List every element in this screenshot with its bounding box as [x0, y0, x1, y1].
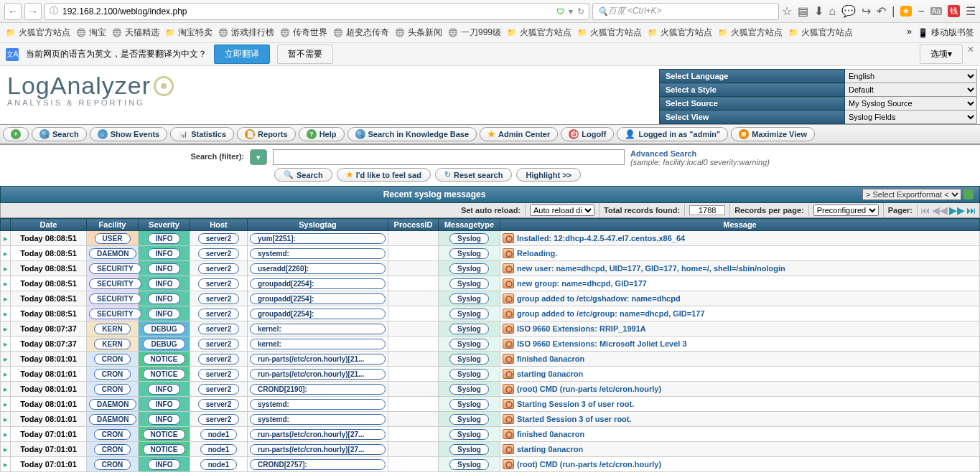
message-link[interactable]: starting 0anacron — [517, 370, 583, 378]
expand-icon[interactable]: ▸ — [1, 321, 11, 337]
rpp-select[interactable]: Preconfigured — [813, 204, 879, 216]
message-icon[interactable] — [503, 324, 514, 334]
message-icon[interactable] — [503, 399, 514, 409]
expand-icon[interactable]: ▸ — [1, 231, 11, 246]
star-icon[interactable]: ☆ — [782, 4, 792, 18]
table-row[interactable]: ▸Today 08:08:51SECURITYINFOserver2groupa… — [1, 276, 980, 291]
select-style[interactable]: Default — [845, 84, 976, 95]
message-link[interactable]: Started Session 3 of user root. — [517, 415, 632, 423]
show-events-nav[interactable]: ⌂Show Events — [90, 127, 167, 141]
message-icon[interactable] — [503, 263, 514, 273]
advanced-search-link[interactable]: Advanced Search — [630, 149, 770, 158]
message-icon[interactable] — [503, 339, 514, 349]
message-link[interactable]: new group: name=dhcpd, GID=177 — [517, 279, 647, 288]
save-icon[interactable] — [963, 189, 974, 199]
maximize-nav[interactable]: ⊞Maximize View — [731, 127, 815, 141]
logoff-nav[interactable]: ⏻Logoff — [561, 127, 614, 141]
expand-icon[interactable]: ▸ — [1, 291, 11, 306]
reload-icon[interactable]: ↻ — [577, 6, 584, 17]
feel-sad-button[interactable]: ★I'd like to feel sad — [337, 168, 431, 182]
table-row[interactable]: ▸Today 07:01:01CRONNOTICEnode1run-parts(… — [1, 427, 980, 442]
table-row[interactable]: ▸Today 08:08:51DAEMONINFOserver2systemd:… — [1, 246, 980, 261]
message-link[interactable]: new user: name=dhcpd, UID=177, GID=177, … — [517, 264, 785, 273]
bookmark-item[interactable]: 火狐官方站点 — [6, 27, 70, 39]
select-source[interactable]: My Syslog Source — [845, 98, 976, 109]
home-icon[interactable]: ⌂ — [829, 5, 836, 18]
shield-icon[interactable]: 🛡 — [556, 7, 564, 16]
info-icon[interactable]: ⓘ — [50, 5, 58, 17]
bookmark-item[interactable]: 一刀999级 — [448, 27, 501, 39]
table-row[interactable]: ▸Today 08:01:01DAEMONINFOserver2systemd:… — [1, 397, 980, 412]
table-row[interactable]: ▸Today 08:08:51SECURITYINFOserver2groupa… — [1, 306, 980, 321]
message-link[interactable]: (root) CMD (run-parts /etc/cron.hourly) — [517, 460, 661, 469]
table-row[interactable]: ▸Today 08:08:51SECURITYINFOserver2userad… — [1, 261, 980, 276]
col-severity[interactable]: Severity — [139, 219, 190, 231]
col-messagetype[interactable]: Messagetype — [439, 219, 500, 231]
bookmark-item[interactable]: 传奇世界 — [280, 27, 327, 39]
bookmark-item[interactable]: 超变态传奇 — [333, 27, 389, 39]
table-row[interactable]: ▸Today 08:08:51USERINFOserver2yum[2251]:… — [1, 231, 980, 246]
select-language[interactable]: English — [845, 70, 976, 82]
message-icon[interactable] — [503, 278, 514, 288]
bookmark-item[interactable]: 淘宝特卖 — [165, 27, 213, 39]
table-row[interactable]: ▸Today 08:01:01CRONINFOserver2CROND[2190… — [1, 382, 980, 397]
forward-button[interactable]: → — [24, 3, 42, 20]
share-icon[interactable]: ↪ — [862, 4, 871, 18]
message-icon[interactable] — [503, 444, 514, 454]
dropdown-icon[interactable]: ▾ — [569, 6, 573, 17]
col-processid[interactable]: ProcessID — [388, 219, 439, 231]
search-nav[interactable]: 🔍Search — [32, 127, 87, 141]
pager-last-icon[interactable]: ⏭ — [966, 204, 976, 216]
expand-icon[interactable]: ▸ — [1, 306, 11, 321]
search-button[interactable]: 🔍Search — [274, 168, 332, 182]
bookmark-item[interactable]: 火狐官方站点 — [788, 27, 853, 39]
pager-first-icon[interactable]: ⏮ — [920, 204, 930, 216]
expand-icon[interactable]: ▸ — [1, 367, 11, 382]
expand-icon[interactable]: ▸ — [1, 337, 11, 352]
message-link[interactable]: (root) CMD (run-parts /etc/cron.hourly) — [517, 385, 661, 393]
bookmark-item[interactable]: 天猫精选 — [112, 27, 159, 39]
help-nav[interactable]: ?Help — [299, 127, 345, 141]
options-button[interactable]: 选项▾ — [920, 44, 963, 64]
col-date[interactable]: Date — [11, 219, 87, 231]
expand-button[interactable]: + — [3, 127, 29, 141]
message-link[interactable]: group added to /etc/gshadow: name=dhcpd — [517, 294, 681, 303]
bookmark-item[interactable]: 头条新闻 — [395, 27, 442, 39]
expand-icon[interactable]: ▸ — [1, 397, 11, 412]
export-format-select[interactable]: > Select Exportformat < — [862, 189, 961, 200]
expand-icon[interactable]: ▸ — [1, 246, 11, 261]
message-link[interactable]: ISO 9660 Extensions: RRIP_1991A — [517, 324, 646, 333]
table-row[interactable]: ▸Today 08:01:01CRONNOTICEserver2run-part… — [1, 352, 980, 367]
reset-search-button[interactable]: ↻Reset search — [435, 168, 513, 182]
search-filter-input[interactable] — [273, 149, 625, 165]
dismiss-button[interactable]: 暂不需要 — [277, 44, 333, 64]
translate-button[interactable]: 立即翻译 — [214, 44, 270, 64]
col-facility[interactable]: Facility — [87, 219, 139, 231]
table-row[interactable]: ▸Today 08:08:51SECURITYINFOserver2groupa… — [1, 291, 980, 306]
table-row[interactable]: ▸Today 08:01:01DAEMONINFOserver2systemd:… — [1, 412, 980, 427]
menu-icon[interactable]: ☰ — [966, 4, 976, 18]
kb-search-nav[interactable]: 🔍Search in Knowledge Base — [347, 127, 477, 141]
highlight-button[interactable]: Highlight >> — [516, 168, 581, 182]
expand-icon[interactable]: ▸ — [1, 382, 11, 397]
auto-reload-select[interactable]: Auto reload di — [530, 204, 594, 216]
bookmark-item[interactable]: 火狐官方站点 — [718, 27, 783, 39]
message-icon[interactable] — [503, 309, 514, 319]
expand-icon[interactable]: ▸ — [1, 352, 11, 367]
col-syslogtag[interactable]: Syslogtag — [248, 219, 388, 231]
chat-icon[interactable]: 💬 — [841, 4, 856, 18]
expand-icon[interactable]: ▸ — [1, 412, 11, 427]
admin-center-nav[interactable]: ★Admin Center — [480, 127, 558, 141]
message-link[interactable]: finished 0anacron — [517, 354, 584, 363]
url-bar[interactable]: ⓘ 🛡 ▾ ↻ — [45, 3, 589, 20]
message-icon[interactable] — [503, 293, 514, 304]
translate-icon[interactable]: Aa — [930, 7, 942, 15]
message-icon[interactable] — [503, 384, 514, 394]
bookmark-item[interactable]: 火狐官方站点 — [648, 27, 712, 39]
close-icon[interactable]: ✕ — [967, 44, 974, 64]
back-button[interactable]: ← — [4, 3, 22, 20]
message-link[interactable]: ISO 9660 Extensions: Microsoft Joliet Le… — [517, 339, 687, 348]
message-link[interactable]: finished 0anacron — [517, 430, 584, 438]
filter-toggle[interactable]: ▾ — [250, 149, 267, 165]
wallet-icon[interactable]: 钱 — [948, 5, 960, 17]
